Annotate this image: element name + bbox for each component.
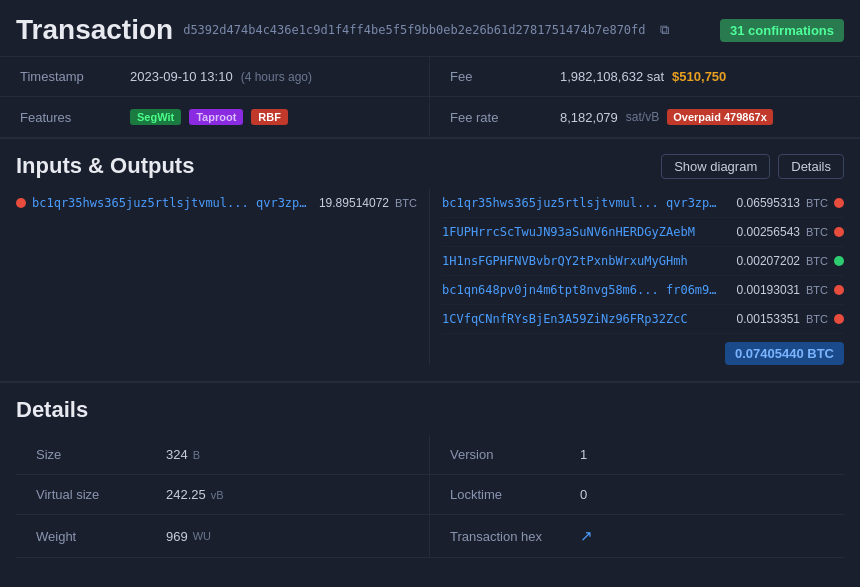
output-item: 1H1nsFGPHFNVBvbrQY2tPxnbWrxuMyGHmh 0.002… <box>442 247 844 276</box>
detail-value: ↗ <box>580 527 593 545</box>
detail-value: 324 B <box>166 447 200 462</box>
detail-label: Transaction hex <box>450 529 580 544</box>
fee-label: Fee <box>450 69 560 84</box>
details-title: Details <box>16 397 844 423</box>
transaction-hash: d5392d474b4c436e1c9d1f4ff4be5f5f9bb0eb2e… <box>183 23 645 37</box>
segwit-tag: SegWit <box>130 109 181 125</box>
header-left: Transaction d5392d474b4c436e1c9d1f4ff4be… <box>16 14 669 46</box>
output-amount: 0.00153351 BTC <box>737 312 844 326</box>
details-button[interactable]: Details <box>778 154 844 179</box>
rbf-tag: RBF <box>251 109 288 125</box>
tx-info-grid: Timestamp 2023-09-10 13:10 (4 hours ago)… <box>0 57 860 139</box>
output-dot <box>834 285 844 295</box>
fee-usd: $510,750 <box>672 69 726 84</box>
io-container: bc1qr35hws365juz5rtlsjtvmul... qvr3zpw3 … <box>0 189 860 381</box>
fee-rate-label: Fee rate <box>450 110 560 125</box>
detail-cell: Weight 969 WU <box>16 515 430 558</box>
output-item: 1CVfqCNnfRYsBjEn3A59ZiNz96FRp32ZcC 0.001… <box>442 305 844 334</box>
output-dot <box>834 227 844 237</box>
output-dot <box>834 198 844 208</box>
fee-cell: Fee 1,982,108,632 sat $510,750 <box>430 57 860 97</box>
detail-value: 0 <box>580 487 592 502</box>
input-item: bc1qr35hws365juz5rtlsjtvmul... qvr3zpw3 … <box>16 189 417 217</box>
detail-label: Virtual size <box>36 487 166 502</box>
output-address[interactable]: bc1qn648pv0jn4m6tpt8nvg58m6... fr06m94r <box>442 283 722 297</box>
fee-rate-cell: Fee rate 8,182,079 sat/vB Overpaid 47986… <box>430 97 860 138</box>
detail-value: 242.25 vB <box>166 487 224 502</box>
external-link-icon[interactable]: ↗ <box>580 527 593 545</box>
features-cell: Features SegWit Taproot RBF <box>0 97 430 138</box>
output-dot <box>834 256 844 266</box>
detail-cell: Size 324 B <box>16 435 430 475</box>
features-tags: SegWit Taproot RBF <box>130 109 288 125</box>
details-grid: Size 324 B Version 1 Virtual size 242.25… <box>16 435 844 558</box>
inputs-panel: bc1qr35hws365juz5rtlsjtvmul... qvr3zpw3 … <box>16 189 430 365</box>
timestamp-label: Timestamp <box>20 69 130 84</box>
output-amount: 0.00256543 BTC <box>737 225 844 239</box>
detail-unit: vB <box>211 489 224 501</box>
outputs-total: 0.07405440 BTC <box>725 342 844 365</box>
detail-label: Size <box>36 447 166 462</box>
output-amount: 0.00207202 BTC <box>737 254 844 268</box>
timestamp-cell: Timestamp 2023-09-10 13:10 (4 hours ago) <box>0 57 430 97</box>
confirmations-badge: 31 confirmations <box>720 19 844 42</box>
detail-unit: B <box>193 449 200 461</box>
output-dot <box>834 314 844 324</box>
detail-cell: Virtual size 242.25 vB <box>16 475 430 515</box>
outputs-total-row: 0.07405440 BTC <box>442 334 844 365</box>
output-item: bc1qr35hws365juz5rtlsjtvmul... qvr3zpw3 … <box>442 189 844 218</box>
output-address[interactable]: 1CVfqCNnfRYsBjEn3A59ZiNz96FRp32ZcC <box>442 312 688 326</box>
output-item: 1FUPHrrcScTwuJN93aSuNV6nHERDGyZAebM 0.00… <box>442 218 844 247</box>
detail-value: 969 WU <box>166 529 211 544</box>
output-address[interactable]: 1H1nsFGPHFNVBvbrQY2tPxnbWrxuMyGHmh <box>442 254 688 268</box>
detail-cell: Locktime 0 <box>430 475 844 515</box>
input-dot <box>16 198 26 208</box>
detail-label: Weight <box>36 529 166 544</box>
fee-value: 1,982,108,632 sat $510,750 <box>560 69 726 84</box>
io-section-header: Inputs & Outputs Show diagram Details <box>0 139 860 189</box>
overpaid-badge: Overpaid 479867x <box>667 109 773 125</box>
output-item: bc1qn648pv0jn4m6tpt8nvg58m6... fr06m94r … <box>442 276 844 305</box>
page-title: Transaction <box>16 14 173 46</box>
copy-icon[interactable]: ⧉ <box>660 22 669 38</box>
detail-cell: Transaction hex ↗ <box>430 515 844 558</box>
show-diagram-button[interactable]: Show diagram <box>661 154 770 179</box>
detail-cell: Version 1 <box>430 435 844 475</box>
outputs-panel: bc1qr35hws365juz5rtlsjtvmul... qvr3zpw3 … <box>430 189 844 365</box>
taproot-tag: Taproot <box>189 109 243 125</box>
detail-label: Version <box>450 447 580 462</box>
output-address[interactable]: 1FUPHrrcScTwuJN93aSuNV6nHERDGyZAebM <box>442 225 695 239</box>
timestamp-value: 2023-09-10 13:10 (4 hours ago) <box>130 69 312 84</box>
input-amount: 19.89514072 BTC <box>319 196 417 210</box>
detail-value: 1 <box>580 447 592 462</box>
details-section: Details Size 324 B Version 1 Virtual siz… <box>0 381 860 568</box>
input-address[interactable]: bc1qr35hws365juz5rtlsjtvmul... qvr3zpw3 <box>16 196 312 210</box>
detail-unit: WU <box>193 530 211 542</box>
io-actions: Show diagram Details <box>661 154 844 179</box>
detail-label: Locktime <box>450 487 580 502</box>
fee-rate-value: 8,182,079 sat/vB Overpaid 479867x <box>560 109 773 125</box>
io-section-title: Inputs & Outputs <box>16 153 194 179</box>
transaction-header: Transaction d5392d474b4c436e1c9d1f4ff4be… <box>0 0 860 57</box>
output-address[interactable]: bc1qr35hws365juz5rtlsjtvmul... qvr3zpw3 <box>442 196 722 210</box>
output-amount: 0.06595313 BTC <box>737 196 844 210</box>
features-label: Features <box>20 110 130 125</box>
output-amount: 0.00193031 BTC <box>737 283 844 297</box>
